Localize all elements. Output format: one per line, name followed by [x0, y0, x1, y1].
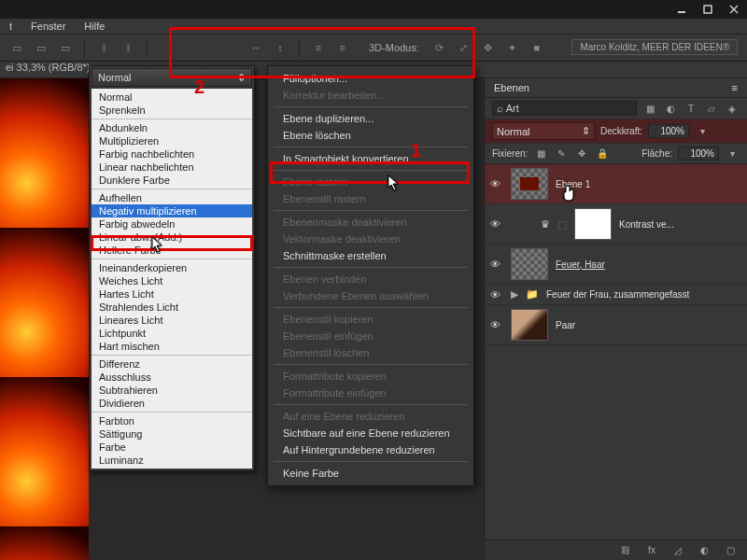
filter-pixel-icon[interactable]: ▦ [642, 102, 657, 115]
blend-mode-option[interactable]: Lichtpunkt [92, 327, 252, 340]
blend-mode-option[interactable]: Hartes Licht [92, 287, 252, 301]
3d-icon[interactable]: ■ [528, 38, 546, 57]
blend-mode-option[interactable]: Sättigung [92, 427, 252, 441]
context-menu-item[interactable]: Schnittmaske erstellen [268, 247, 473, 264]
blend-mode-option[interactable]: Farbe [92, 441, 252, 454]
layer-row[interactable]: 👁Paar [485, 305, 747, 345]
blend-mode-option[interactable]: Ineinanderkopieren [92, 261, 252, 274]
blend-mode-option[interactable]: Lineares Licht [92, 314, 252, 327]
filter-smart-icon[interactable]: ◈ [725, 102, 740, 115]
layer-row[interactable]: 👁▶📁Feuer der Frau, zusammengefasst [485, 285, 747, 305]
fill-input[interactable]: 100% [678, 147, 719, 161]
context-menu-item[interactable]: Keine Farbe [268, 465, 473, 482]
blend-mode-option[interactable]: Multiplizieren [92, 134, 252, 147]
blend-mode-option[interactable]: Farbig nachbelichten [92, 147, 252, 161]
blend-mode-option[interactable]: Aufhellen [92, 191, 252, 204]
distribute-icon[interactable]: ↔ [247, 38, 265, 57]
distribute-icon[interactable]: ⫴ [119, 38, 137, 57]
layer-thumbnail[interactable] [511, 309, 548, 341]
blend-mode-option[interactable]: Subtrahieren [92, 384, 252, 397]
lock-brush-icon[interactable]: ✎ [554, 147, 569, 161]
layer-row[interactable]: 👁Feuer, Haar [485, 245, 747, 285]
blend-mode-option[interactable]: Negativ multiplizieren [92, 204, 252, 217]
visibility-icon[interactable]: 👁 [490, 319, 503, 330]
blend-mode-option[interactable]: Luminanz [92, 454, 252, 467]
panel-menu-icon[interactable]: ≡ [732, 82, 738, 93]
blend-mode-option[interactable]: Dividieren [92, 397, 252, 410]
filter-adjust-icon[interactable]: ◐ [663, 102, 678, 115]
layer-thumbnail[interactable] [511, 168, 548, 200]
blend-mode-option[interactable]: Farbig abwedeln [92, 217, 252, 231]
blend-mode-option[interactable]: Abdunkeln [92, 121, 252, 134]
context-menu-item[interactable]: Auf Hintergrundebene reduzieren [268, 441, 473, 458]
filter-shape-icon[interactable]: ▱ [704, 102, 719, 115]
lock-all-icon[interactable]: 🔒 [595, 147, 610, 161]
blend-mode-option[interactable]: Differenz [92, 357, 252, 371]
layer-thumbnail[interactable] [511, 248, 548, 280]
visibility-icon[interactable]: 👁 [490, 289, 503, 301]
blend-mode-option[interactable]: Hellere Farbe [92, 244, 252, 257]
layer-name[interactable]: Feuer der Frau, zusammengefasst [546, 289, 689, 300]
opacity-input[interactable]: 100% [648, 124, 689, 138]
adjustment-icon[interactable]: ◐ [697, 544, 712, 557]
layer-row[interactable]: 👁♛⬚Kontrast ve... [485, 204, 747, 245]
blend-mode-option[interactable]: Weiches Licht [92, 274, 252, 287]
align-icon[interactable]: ▭ [7, 38, 26, 57]
blend-mode-option[interactable]: Linear nachbelichten [92, 161, 252, 174]
layer-row[interactable]: 👁Ebene 1 [485, 164, 747, 204]
blend-mode-option[interactable]: Hart mischen [92, 340, 252, 353]
blend-mode-option[interactable]: Farbton [92, 414, 252, 427]
3d-icon[interactable]: ✥ [479, 38, 498, 57]
blend-mode-dropdown[interactable]: Normal ⇕ NormalSprenkelnAbdunkelnMultipl… [89, 65, 255, 471]
blend-mode-option[interactable]: Strahlendes Licht [92, 301, 252, 314]
context-menu-item[interactable]: Ebene duplizieren... [268, 110, 473, 127]
distribute-icon[interactable]: ≡ [309, 38, 328, 57]
filter-type-icon[interactable]: T [684, 102, 698, 115]
blend-mode-option[interactable]: Normal [92, 91, 252, 104]
align-icon[interactable]: ▭ [56, 38, 75, 57]
chevron-down-icon[interactable]: ▾ [695, 125, 710, 138]
menu-item[interactable]: Hilfe [84, 21, 105, 32]
chevron-down-icon[interactable]: ▾ [725, 147, 740, 161]
menu-item[interactable]: Fenster [31, 21, 65, 32]
blend-mode-option[interactable]: Dunklere Farbe [92, 174, 252, 187]
layer-name[interactable]: Feuer, Haar [556, 259, 605, 270]
layer-search-input[interactable]: ⌕ Art [492, 101, 637, 116]
3d-icon[interactable]: ✦ [503, 38, 522, 57]
context-menu-item[interactable]: Fülloptionen... [268, 70, 473, 87]
close-button[interactable] [721, 1, 747, 18]
layer-name[interactable]: Kontrast ve... [619, 219, 674, 230]
minimize-button[interactable] [669, 1, 695, 18]
blend-mode-option[interactable]: Linear abw. (Add.) [92, 231, 252, 244]
context-menu-item[interactable]: Ebene löschen [268, 127, 473, 144]
mask-icon[interactable]: ◿ [670, 544, 685, 557]
lock-pixels-icon[interactable]: ▦ [533, 147, 548, 161]
distribute-icon[interactable]: ≡ [333, 38, 352, 57]
blend-mode-option[interactable]: Sprenkeln [92, 104, 252, 117]
layer-name[interactable]: Paar [556, 320, 575, 330]
3d-icon[interactable]: ⟳ [430, 38, 449, 57]
visibility-icon[interactable]: 👁 [490, 259, 503, 270]
lock-move-icon[interactable]: ✥ [574, 147, 589, 161]
mask-thumbnail[interactable] [574, 208, 612, 240]
visibility-icon[interactable]: 👁 [490, 218, 503, 230]
maximize-button[interactable] [695, 1, 721, 18]
visibility-icon[interactable]: 👁 [490, 178, 503, 189]
context-menu-item[interactable]: Sichtbare auf eine Ebene reduzieren [268, 425, 473, 441]
blend-mode-current[interactable]: Normal ⇕ [92, 68, 252, 87]
3d-icon[interactable]: ⤢ [455, 38, 473, 57]
align-icon[interactable]: ▭ [32, 38, 50, 57]
layer-blend-select[interactable]: Normal⇕ [492, 122, 595, 140]
distribute-icon[interactable]: ↕ [271, 38, 289, 57]
menu-item[interactable]: t [9, 21, 12, 32]
panel-title[interactable]: Ebenen [494, 82, 529, 93]
context-menu-item[interactable]: In Smartobjekt konvertieren [268, 150, 473, 167]
expand-icon[interactable]: ▶ [511, 288, 518, 301]
user-label[interactable]: Marco Kolditz, MEER DER IDEEN® [571, 39, 738, 55]
blend-mode-option[interactable]: Ausschluss [92, 371, 252, 384]
folder-icon[interactable]: ▢ [723, 544, 738, 557]
distribute-icon[interactable]: ⫴ [94, 38, 113, 57]
link-layers-icon[interactable]: ⛓ [618, 544, 633, 557]
link-mask-icon[interactable]: ⬚ [557, 218, 567, 231]
fx-icon[interactable]: fx [644, 544, 659, 557]
